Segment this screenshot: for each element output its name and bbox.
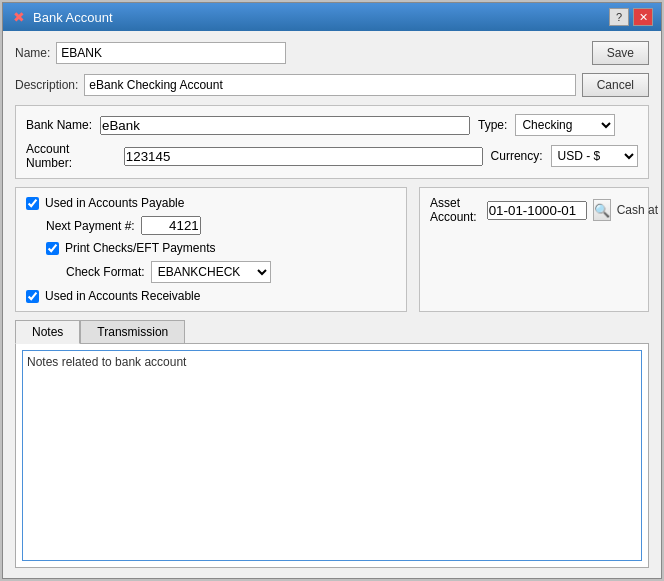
tab-transmission[interactable]: Transmission: [80, 320, 185, 343]
close-button[interactable]: ✕: [633, 8, 653, 26]
tab-content-notes: Notes related to bank account: [15, 343, 649, 568]
next-payment-input[interactable]: [141, 216, 201, 235]
left-panel: Used in Accounts Payable Next Payment #:…: [15, 187, 407, 312]
name-input[interactable]: [56, 42, 286, 64]
cancel-button[interactable]: Cancel: [582, 73, 649, 97]
description-row: Description: Cancel: [15, 73, 649, 97]
currency-select[interactable]: USD - $ EUR - € GBP - £: [551, 145, 638, 167]
account-number-input[interactable]: [124, 147, 483, 166]
title-bar: ✖ Bank Account ? ✕: [3, 3, 661, 31]
next-payment-label: Next Payment #:: [46, 219, 135, 233]
check-format-label: Check Format:: [66, 265, 145, 279]
dialog-title: Bank Account: [33, 10, 113, 25]
title-bar-left: ✖ Bank Account: [11, 9, 113, 25]
tab-bar: Notes Transmission: [15, 320, 649, 343]
next-payment-row: Next Payment #:: [26, 216, 396, 235]
asset-account-input[interactable]: [487, 201, 587, 220]
name-row: Name: Save: [15, 41, 649, 65]
save-button[interactable]: Save: [592, 41, 649, 65]
asset-account-label: Asset Account:: [430, 196, 481, 224]
check-format-row: Check Format: EBANKCHECK STDCHECK: [26, 261, 396, 283]
used-in-ap-row: Used in Accounts Payable: [26, 196, 396, 210]
bank-name-label: Bank Name:: [26, 118, 92, 132]
print-checks-checkbox[interactable]: [46, 242, 59, 255]
used-in-ar-label: Used in Accounts Receivable: [45, 289, 200, 303]
bank-name-row: Bank Name: Type: Checking Savings: [26, 114, 638, 136]
middle-section: Used in Accounts Payable Next Payment #:…: [15, 187, 649, 312]
asset-account-name: Cash at eBank: [617, 203, 661, 217]
bank-name-input[interactable]: [100, 116, 470, 135]
description-input[interactable]: [84, 74, 575, 96]
used-in-ar-checkbox[interactable]: [26, 290, 39, 303]
print-checks-row: Print Checks/EFT Payments: [26, 241, 396, 255]
used-in-ap-label: Used in Accounts Payable: [45, 196, 184, 210]
tabs-section: Notes Transmission Notes related to bank…: [15, 320, 649, 568]
tab-notes[interactable]: Notes: [15, 320, 80, 344]
app-icon: ✖: [11, 9, 27, 25]
used-in-ap-checkbox[interactable]: [26, 197, 39, 210]
name-label: Name:: [15, 46, 50, 60]
help-button[interactable]: ?: [609, 8, 629, 26]
print-checks-label: Print Checks/EFT Payments: [65, 241, 216, 255]
right-panel: Asset Account: 🔍 Cash at eBank: [419, 187, 649, 312]
dialog-window: ✖ Bank Account ? ✕ Name: Save Descriptio…: [2, 2, 662, 579]
dialog-body: Name: Save Description: Cancel Bank Name…: [3, 31, 661, 578]
notes-textarea[interactable]: Notes related to bank account: [22, 350, 642, 561]
type-select[interactable]: Checking Savings: [515, 114, 615, 136]
title-bar-controls: ? ✕: [609, 8, 653, 26]
used-in-ar-row: Used in Accounts Receivable: [26, 289, 396, 303]
currency-label: Currency:: [491, 149, 543, 163]
asset-search-button[interactable]: 🔍: [593, 199, 611, 221]
bank-info-section: Bank Name: Type: Checking Savings Accoun…: [15, 105, 649, 179]
account-number-label: Account Number:: [26, 142, 116, 170]
check-format-select[interactable]: EBANKCHECK STDCHECK: [151, 261, 271, 283]
asset-account-row: Asset Account: 🔍 Cash at eBank: [430, 196, 661, 224]
description-label: Description:: [15, 78, 78, 92]
account-number-row: Account Number: Currency: USD - $ EUR - …: [26, 142, 638, 170]
type-label: Type:: [478, 118, 507, 132]
